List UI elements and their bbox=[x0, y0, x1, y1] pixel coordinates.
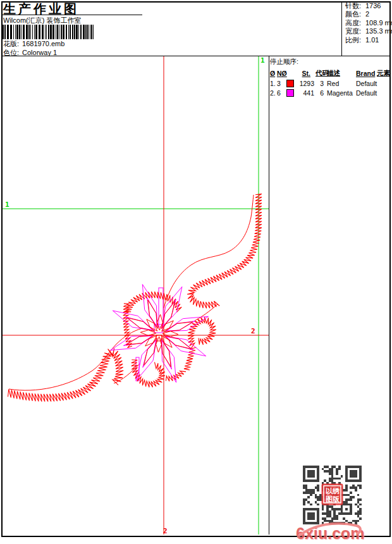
row2-description: Magenta bbox=[327, 89, 355, 97]
stitch-outline-path bbox=[9, 328, 142, 390]
header-divider bbox=[341, 3, 342, 56]
end-marker-label-right: 2 bbox=[251, 327, 255, 335]
stamp-text-line1: 以绣 bbox=[326, 487, 340, 495]
color-count-row: 颜色:2 bbox=[345, 10, 392, 18]
end-marker-label-bottom: 2 bbox=[163, 527, 168, 535]
panel-divider bbox=[269, 56, 269, 535]
row2-brand: Default bbox=[356, 89, 376, 97]
studio-name: Wilcom(汇京) 装饰工作室 bbox=[3, 16, 81, 25]
petal-outline bbox=[164, 322, 193, 332]
pattern-file-label: 花版: bbox=[3, 40, 19, 47]
colorway-value: Colorway 1 bbox=[22, 49, 57, 56]
col-hash: Ø bbox=[270, 70, 276, 77]
row2-stitches: 441 bbox=[286, 89, 314, 97]
row1-code: 3 bbox=[315, 80, 326, 87]
row1-stitches: 1293 bbox=[286, 80, 314, 87]
row1-color-swatch bbox=[286, 80, 294, 87]
row2-needle: 6 bbox=[277, 89, 285, 97]
stamp-text-line2: 图版 bbox=[326, 495, 340, 504]
row1-needle: 3 bbox=[277, 80, 285, 87]
col-element: 元素 bbox=[377, 69, 389, 78]
stitch-outline-path bbox=[164, 195, 254, 308]
row2-color-swatch bbox=[286, 89, 294, 97]
stitch-group bbox=[8, 194, 262, 402]
row2-code: 6 bbox=[315, 89, 326, 97]
satin-zigzag bbox=[132, 360, 165, 388]
pattern-file-value: 1681970.emb bbox=[22, 40, 64, 47]
col-stitches: St. bbox=[286, 70, 314, 77]
start-marker-label-left: 1 bbox=[5, 201, 9, 209]
red-stamp: 以绣 图版 bbox=[321, 483, 345, 507]
row2-index: 2. bbox=[270, 89, 276, 97]
watermark: 6xiu.com bbox=[295, 517, 371, 544]
colorway-label: 色位: bbox=[3, 49, 19, 56]
width-row: 宽度:135.3 mm bbox=[345, 27, 392, 35]
petal-outline bbox=[161, 338, 171, 367]
row1-brand: Default bbox=[356, 80, 376, 87]
design-canvas: 1 1 2 2 bbox=[2, 56, 269, 535]
stop-sequence-panel: 停止顺序: Ø NØ St. 代码 描述 Brand 元素 1. 3 1293 … bbox=[270, 58, 390, 97]
pattern-file-row: 花版:1681970.emb bbox=[3, 39, 64, 49]
stop-sequence-table: Ø NØ St. 代码 描述 Brand 元素 1. 3 1293 3 Red … bbox=[270, 69, 390, 97]
col-code: 代码 bbox=[315, 69, 326, 78]
design-info-box: 针数:1736 颜色:2 高度:108.9 mm 宽度:135.3 mm 比例:… bbox=[345, 2, 392, 44]
petal-outline bbox=[164, 336, 191, 349]
col-needle: NØ bbox=[277, 70, 285, 77]
satin-zigzag bbox=[187, 194, 262, 309]
height-row: 高度:108.9 mm bbox=[345, 19, 392, 27]
title-underline bbox=[1, 15, 142, 15]
col-brand: Brand bbox=[356, 70, 376, 77]
col-description: 描述 bbox=[327, 69, 355, 78]
satin-zigzag bbox=[8, 349, 124, 402]
stop-sequence-title: 停止顺序: bbox=[270, 58, 390, 66]
stitch-count-row: 针数:1736 bbox=[345, 2, 392, 10]
row1-description: Red bbox=[327, 80, 355, 87]
row1-index: 1. bbox=[270, 80, 276, 87]
start-marker-label-top: 1 bbox=[260, 56, 265, 65]
petal-outline bbox=[144, 338, 157, 365]
scale-row: 比例:1.01 bbox=[345, 36, 392, 44]
barcode bbox=[3, 25, 96, 39]
watermark-swoosh bbox=[295, 517, 371, 544]
production-worksheet: 生产作业图 Wilcom(汇京) 装饰工作室 花版:1681970.emb 色位… bbox=[0, 0, 392, 544]
petal-outline bbox=[128, 318, 155, 331]
